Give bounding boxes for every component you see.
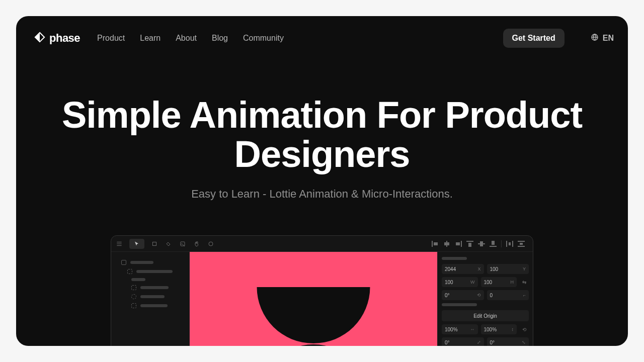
hero-subtitle: Easy to Learn - Lottie Animation & Micro… bbox=[36, 188, 608, 201]
layers-panel bbox=[111, 252, 190, 346]
edit-origin-button[interactable]: Edit Origin bbox=[442, 310, 529, 321]
menu-icon[interactable] bbox=[115, 240, 123, 248]
app-body: 2044X 100Y 100W 100H ⇆ 0°⟲ 0⌐ Edit Origi… bbox=[111, 252, 533, 346]
pen-tool-icon[interactable] bbox=[165, 240, 173, 248]
width-input[interactable]: 100W bbox=[442, 277, 478, 287]
header: phase Product Learn About Blog Community… bbox=[16, 16, 628, 60]
height-input[interactable]: 100H bbox=[481, 277, 517, 287]
align-center-v-icon[interactable] bbox=[478, 241, 485, 247]
rotation-input[interactable]: 0°⟲ bbox=[442, 290, 484, 300]
language-switcher[interactable]: EN bbox=[591, 33, 614, 43]
app-preview: 2044X 100Y 100W 100H ⇆ 0°⟲ 0⌐ Edit Origi… bbox=[111, 235, 533, 346]
panel-section-header bbox=[442, 303, 477, 306]
x-input[interactable]: 2044X bbox=[442, 264, 484, 274]
canvas-shape bbox=[257, 287, 370, 343]
hero-title: Simple Animation For Product Designers bbox=[36, 96, 608, 173]
y-input[interactable]: 100Y bbox=[487, 264, 529, 274]
layer-row[interactable] bbox=[116, 285, 184, 290]
canvas-shape bbox=[257, 344, 370, 346]
toolbar-right bbox=[432, 240, 529, 247]
lock-aspect-icon[interactable]: ⇆ bbox=[520, 277, 529, 287]
language-label: EN bbox=[603, 34, 614, 43]
layer-row[interactable] bbox=[116, 294, 184, 299]
align-bottom-icon[interactable] bbox=[490, 241, 497, 247]
logo-icon bbox=[34, 32, 45, 45]
comment-tool-icon[interactable] bbox=[207, 240, 215, 248]
layer-row[interactable] bbox=[116, 278, 184, 281]
svg-point-3 bbox=[209, 242, 213, 246]
scale-y-input[interactable]: 100%↕ bbox=[481, 324, 517, 334]
nav-about[interactable]: About bbox=[176, 34, 197, 43]
canvas[interactable] bbox=[190, 252, 437, 346]
corner-radius-input[interactable]: 0⌐ bbox=[487, 290, 529, 300]
distribute-v-icon[interactable] bbox=[518, 241, 525, 247]
layer-row[interactable] bbox=[116, 260, 184, 265]
layer-row[interactable] bbox=[116, 269, 184, 274]
get-started-button[interactable]: Get Started bbox=[503, 29, 565, 48]
skew-x-input[interactable]: 0°⤢ bbox=[442, 337, 484, 346]
globe-icon bbox=[591, 33, 599, 43]
scale-x-input[interactable]: 100%↔ bbox=[442, 324, 478, 334]
align-right-icon[interactable] bbox=[455, 241, 462, 247]
nav-product[interactable]: Product bbox=[97, 34, 125, 43]
hero: Simple Animation For Product Designers E… bbox=[16, 60, 628, 201]
logo-text: phase bbox=[49, 32, 80, 45]
svg-rect-1 bbox=[153, 242, 156, 245]
hand-tool-icon[interactable] bbox=[193, 240, 201, 248]
svg-rect-2 bbox=[181, 242, 185, 246]
select-tool-icon[interactable] bbox=[129, 239, 144, 249]
panel-section-header bbox=[442, 257, 467, 260]
logo[interactable]: phase bbox=[34, 32, 80, 45]
frame-tool-icon[interactable] bbox=[150, 240, 158, 248]
divider bbox=[501, 240, 502, 247]
layer-row[interactable] bbox=[116, 303, 184, 308]
skew-y-input[interactable]: 0°⤡ bbox=[487, 337, 529, 346]
align-left-icon[interactable] bbox=[432, 241, 439, 247]
reset-scale-icon[interactable]: ⟲ bbox=[520, 324, 529, 334]
app-toolbar bbox=[111, 236, 533, 252]
nav-blog[interactable]: Blog bbox=[212, 34, 228, 43]
distribute-h-icon[interactable] bbox=[506, 241, 513, 247]
nav-community[interactable]: Community bbox=[243, 34, 284, 43]
image-tool-icon[interactable] bbox=[179, 240, 187, 248]
nav-learn[interactable]: Learn bbox=[140, 34, 160, 43]
page-card: phase Product Learn About Blog Community… bbox=[16, 16, 628, 346]
align-center-h-icon[interactable] bbox=[443, 241, 450, 247]
toolbar-left bbox=[115, 239, 215, 249]
align-top-icon[interactable] bbox=[466, 241, 473, 247]
main-nav: Product Learn About Blog Community bbox=[97, 34, 284, 43]
properties-panel: 2044X 100Y 100W 100H ⇆ 0°⟲ 0⌐ Edit Origi… bbox=[437, 252, 533, 346]
